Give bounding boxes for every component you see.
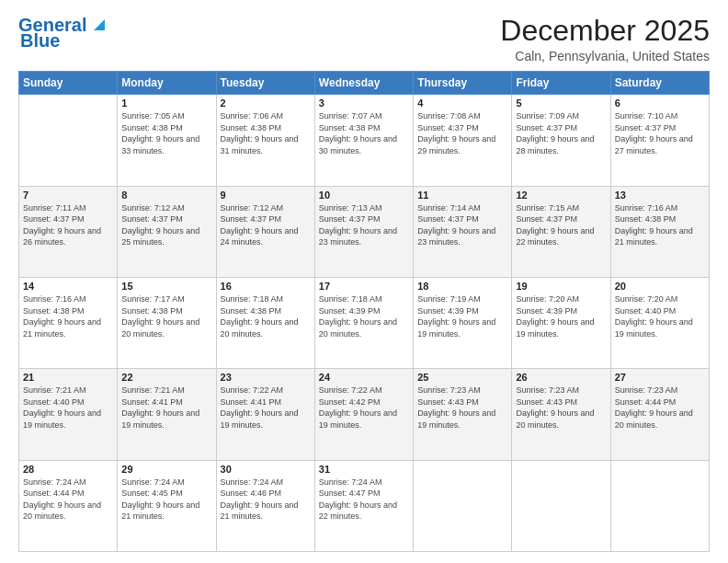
day-info: Sunrise: 7:15 AMSunset: 4:37 PMDaylight:… bbox=[516, 202, 606, 248]
col-friday: Friday bbox=[512, 72, 610, 95]
day-info: Sunrise: 7:12 AMSunset: 4:37 PMDaylight:… bbox=[221, 202, 311, 248]
calendar-week-row: 28Sunrise: 7:24 AMSunset: 4:44 PMDayligh… bbox=[19, 460, 710, 551]
day-number: 6 bbox=[615, 98, 705, 109]
day-info: Sunrise: 7:11 AMSunset: 4:37 PMDaylight:… bbox=[23, 202, 113, 248]
day-number: 29 bbox=[121, 464, 211, 475]
table-row: 12Sunrise: 7:15 AMSunset: 4:37 PMDayligh… bbox=[512, 186, 610, 277]
day-info: Sunrise: 7:18 AMSunset: 4:38 PMDaylight:… bbox=[221, 293, 311, 339]
day-number: 17 bbox=[319, 281, 409, 292]
table-row: 1Sunrise: 7:05 AMSunset: 4:38 PMDaylight… bbox=[118, 95, 216, 186]
day-info: Sunrise: 7:23 AMSunset: 4:43 PMDaylight:… bbox=[417, 385, 507, 431]
day-info: Sunrise: 7:05 AMSunset: 4:38 PMDaylight:… bbox=[121, 110, 211, 156]
day-number: 26 bbox=[516, 372, 606, 383]
day-info: Sunrise: 7:24 AMSunset: 4:44 PMDaylight:… bbox=[23, 477, 113, 523]
day-info: Sunrise: 7:12 AMSunset: 4:37 PMDaylight:… bbox=[121, 202, 211, 248]
day-number: 21 bbox=[23, 372, 113, 383]
day-number: 23 bbox=[221, 372, 311, 383]
month-title: December 2025 bbox=[500, 15, 710, 47]
col-wednesday: Wednesday bbox=[314, 72, 413, 95]
table-row: 14Sunrise: 7:16 AMSunset: 4:38 PMDayligh… bbox=[19, 277, 118, 368]
table-row: 27Sunrise: 7:23 AMSunset: 4:44 PMDayligh… bbox=[610, 369, 709, 460]
table-row: 23Sunrise: 7:22 AMSunset: 4:41 PMDayligh… bbox=[216, 369, 314, 460]
logo-blue: Blue bbox=[20, 30, 60, 52]
day-info: Sunrise: 7:23 AMSunset: 4:44 PMDaylight:… bbox=[615, 385, 705, 431]
day-number: 7 bbox=[23, 190, 113, 201]
day-number: 5 bbox=[516, 98, 606, 109]
table-row: 10Sunrise: 7:13 AMSunset: 4:37 PMDayligh… bbox=[314, 186, 413, 277]
col-sunday: Sunday bbox=[19, 72, 118, 95]
table-row: 16Sunrise: 7:18 AMSunset: 4:38 PMDayligh… bbox=[216, 277, 314, 368]
calendar-week-row: 7Sunrise: 7:11 AMSunset: 4:37 PMDaylight… bbox=[19, 186, 710, 277]
table-row: 13Sunrise: 7:16 AMSunset: 4:38 PMDayligh… bbox=[610, 186, 709, 277]
table-row: 29Sunrise: 7:24 AMSunset: 4:45 PMDayligh… bbox=[118, 460, 216, 551]
day-info: Sunrise: 7:24 AMSunset: 4:47 PMDaylight:… bbox=[319, 477, 409, 523]
day-number: 13 bbox=[615, 190, 705, 201]
title-section: December 2025 Caln, Pennsylvania, United… bbox=[500, 15, 710, 63]
table-row: 25Sunrise: 7:23 AMSunset: 4:43 PMDayligh… bbox=[414, 369, 512, 460]
table-row: 31Sunrise: 7:24 AMSunset: 4:47 PMDayligh… bbox=[314, 460, 413, 551]
table-row: 3Sunrise: 7:07 AMSunset: 4:38 PMDaylight… bbox=[314, 95, 413, 186]
day-number: 2 bbox=[221, 98, 311, 109]
day-info: Sunrise: 7:14 AMSunset: 4:37 PMDaylight:… bbox=[417, 202, 507, 248]
day-info: Sunrise: 7:07 AMSunset: 4:38 PMDaylight:… bbox=[319, 110, 409, 156]
table-row: 24Sunrise: 7:22 AMSunset: 4:42 PMDayligh… bbox=[314, 369, 413, 460]
table-row: 22Sunrise: 7:21 AMSunset: 4:41 PMDayligh… bbox=[118, 369, 216, 460]
calendar-week-row: 14Sunrise: 7:16 AMSunset: 4:38 PMDayligh… bbox=[19, 277, 710, 368]
day-number: 30 bbox=[221, 464, 311, 475]
day-info: Sunrise: 7:20 AMSunset: 4:39 PMDaylight:… bbox=[516, 293, 606, 339]
location: Caln, Pennsylvania, United States bbox=[500, 49, 710, 63]
day-info: Sunrise: 7:10 AMSunset: 4:37 PMDaylight:… bbox=[615, 110, 705, 156]
table-row: 8Sunrise: 7:12 AMSunset: 4:37 PMDaylight… bbox=[118, 186, 216, 277]
day-info: Sunrise: 7:09 AMSunset: 4:37 PMDaylight:… bbox=[516, 110, 606, 156]
table-row: 5Sunrise: 7:09 AMSunset: 4:37 PMDaylight… bbox=[512, 95, 610, 186]
logo: General Blue bbox=[18, 15, 108, 52]
table-row bbox=[414, 460, 512, 551]
calendar-table: Sunday Monday Tuesday Wednesday Thursday… bbox=[18, 71, 710, 552]
col-saturday: Saturday bbox=[610, 72, 709, 95]
calendar-header-row: Sunday Monday Tuesday Wednesday Thursday… bbox=[19, 72, 710, 95]
day-number: 12 bbox=[516, 190, 606, 201]
day-info: Sunrise: 7:22 AMSunset: 4:42 PMDaylight:… bbox=[319, 385, 409, 431]
day-number: 18 bbox=[417, 281, 507, 292]
table-row: 6Sunrise: 7:10 AMSunset: 4:37 PMDaylight… bbox=[610, 95, 709, 186]
table-row: 7Sunrise: 7:11 AMSunset: 4:37 PMDaylight… bbox=[19, 186, 118, 277]
svg-marker-0 bbox=[94, 19, 105, 30]
table-row: 26Sunrise: 7:23 AMSunset: 4:43 PMDayligh… bbox=[512, 369, 610, 460]
day-info: Sunrise: 7:21 AMSunset: 4:41 PMDaylight:… bbox=[121, 385, 211, 431]
table-row: 15Sunrise: 7:17 AMSunset: 4:38 PMDayligh… bbox=[118, 277, 216, 368]
day-number: 4 bbox=[417, 98, 507, 109]
header: General Blue December 2025 Caln, Pennsyl… bbox=[18, 15, 710, 63]
day-info: Sunrise: 7:24 AMSunset: 4:45 PMDaylight:… bbox=[121, 477, 211, 523]
day-info: Sunrise: 7:13 AMSunset: 4:37 PMDaylight:… bbox=[319, 202, 409, 248]
day-number: 22 bbox=[121, 372, 211, 383]
table-row: 30Sunrise: 7:24 AMSunset: 4:46 PMDayligh… bbox=[216, 460, 314, 551]
day-info: Sunrise: 7:06 AMSunset: 4:38 PMDaylight:… bbox=[221, 110, 311, 156]
table-row: 19Sunrise: 7:20 AMSunset: 4:39 PMDayligh… bbox=[512, 277, 610, 368]
calendar-week-row: 1Sunrise: 7:05 AMSunset: 4:38 PMDaylight… bbox=[19, 95, 710, 186]
day-number: 11 bbox=[417, 190, 507, 201]
day-info: Sunrise: 7:24 AMSunset: 4:46 PMDaylight:… bbox=[221, 477, 311, 523]
table-row: 9Sunrise: 7:12 AMSunset: 4:37 PMDaylight… bbox=[216, 186, 314, 277]
day-info: Sunrise: 7:20 AMSunset: 4:40 PMDaylight:… bbox=[615, 293, 705, 339]
table-row: 4Sunrise: 7:08 AMSunset: 4:37 PMDaylight… bbox=[414, 95, 512, 186]
table-row bbox=[512, 460, 610, 551]
day-number: 24 bbox=[319, 372, 409, 383]
day-info: Sunrise: 7:21 AMSunset: 4:40 PMDaylight:… bbox=[23, 385, 113, 431]
day-info: Sunrise: 7:19 AMSunset: 4:39 PMDaylight:… bbox=[417, 293, 507, 339]
day-number: 9 bbox=[221, 190, 311, 201]
day-info: Sunrise: 7:23 AMSunset: 4:43 PMDaylight:… bbox=[516, 385, 606, 431]
col-thursday: Thursday bbox=[414, 72, 512, 95]
day-number: 10 bbox=[319, 190, 409, 201]
day-info: Sunrise: 7:22 AMSunset: 4:41 PMDaylight:… bbox=[221, 385, 311, 431]
day-number: 8 bbox=[121, 190, 211, 201]
day-info: Sunrise: 7:16 AMSunset: 4:38 PMDaylight:… bbox=[615, 202, 705, 248]
day-number: 25 bbox=[417, 372, 507, 383]
day-number: 27 bbox=[615, 372, 705, 383]
page: General Blue December 2025 Caln, Pennsyl… bbox=[0, 0, 728, 563]
table-row: 18Sunrise: 7:19 AMSunset: 4:39 PMDayligh… bbox=[414, 277, 512, 368]
day-info: Sunrise: 7:08 AMSunset: 4:37 PMDaylight:… bbox=[417, 110, 507, 156]
col-tuesday: Tuesday bbox=[216, 72, 314, 95]
table-row: 28Sunrise: 7:24 AMSunset: 4:44 PMDayligh… bbox=[19, 460, 118, 551]
day-number: 28 bbox=[23, 464, 113, 475]
logo-icon bbox=[88, 14, 108, 34]
